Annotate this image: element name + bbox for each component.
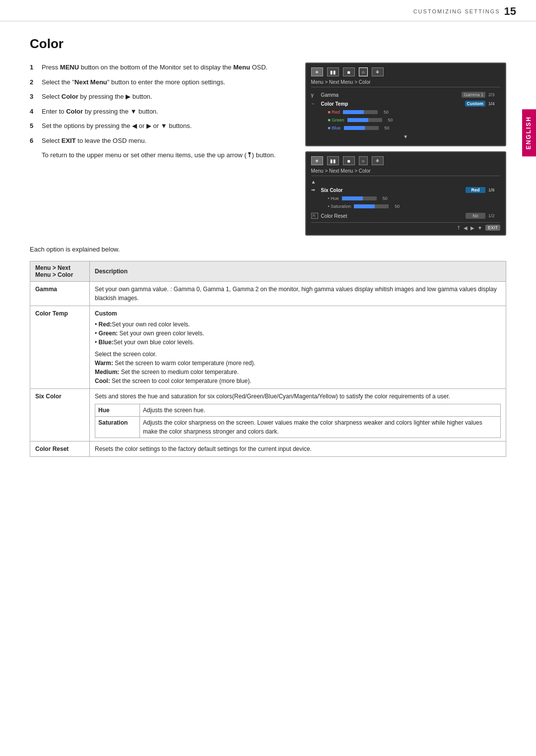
osd1-green-bar [347, 118, 382, 122]
osd-brightness-icon: ☀ [311, 67, 323, 76]
osd2-brightness-icon: ☀ [311, 156, 323, 165]
step-item: 2Select the "Next Menu" button to enter … [30, 77, 290, 87]
osd2-hue-value: 50 [383, 196, 395, 201]
steps-list: 1Press MENU button on the bottom of the … [30, 63, 290, 145]
table-colortemp-desc: Custom • Red:Set your own red color leve… [90, 306, 506, 389]
table-gamma-label: Gamma [30, 282, 90, 306]
inner-row-hue: Hue Adjusts the screen hue. [95, 404, 501, 417]
section-title: CUSTOMIZING SETTINGS [413, 8, 500, 14]
inner-row-saturation: Saturation Adjusts the color sharpness o… [95, 417, 501, 438]
osd2-sixcolor-row: ⇒ Six Color Red 1/6 [311, 186, 500, 194]
table-col1-header: Menu > Next Menu > Color [30, 261, 90, 282]
main-content: Color 1Press MENU button on the bottom o… [0, 21, 536, 472]
osd1-gamma-row: γ Gamma Gamma 1 2/3 [311, 90, 500, 99]
six-color-inner-table: Hue Adjusts the screen hue. Saturation A… [95, 404, 501, 438]
table-row-colortemp: Color Temp Custom • Red:Set your own red… [30, 306, 506, 389]
table-col2-header: Description [90, 261, 506, 282]
each-option-text: Each option is explained below. [30, 246, 506, 253]
osd2-hue-label: • Hue [318, 196, 339, 201]
inner-saturation-label: Saturation [95, 417, 140, 438]
osd1-red-label: ■ Red [318, 110, 340, 115]
step-number: 6 [30, 136, 38, 146]
inner-hue-desc: Adjusts the screen hue. [140, 404, 501, 417]
osd1-colortemp-fraction: 1/4 [488, 101, 500, 106]
step-text: Press MENU button on the bottom of the M… [42, 63, 290, 72]
osd1-blue-row: ■ Blue 50 [311, 124, 500, 132]
table-row-sixcolor: Six Color Sets and stores the hue and sa… [30, 389, 506, 441]
osd1-gamma-label: Gamma [318, 92, 462, 98]
table-row-gamma: Gamma Set your own gamma value. : Gamma … [30, 282, 506, 306]
osd-picture-icon: ■ [343, 67, 355, 76]
osd2-colorreset-fraction: 1/2 [488, 213, 500, 218]
osd1-breadcrumb: Menu > Next Menu > Color [311, 79, 500, 87]
osd1-green-value: 50 [388, 118, 400, 123]
osd-icons-row-2: ☀ ▮▮ ■ ○ ⚘ [311, 156, 500, 165]
inner-hue-label: Hue [95, 404, 140, 417]
two-column-layout: 1Press MENU button on the bottom of the … [30, 63, 506, 236]
osd2-sixcolor-label: Six Color [318, 188, 466, 193]
table-colorreset-desc: Resets the color settings to the factory… [90, 441, 506, 457]
osd2-saturation-bar [354, 204, 389, 208]
osd-input-icon: ▮▮ [327, 67, 339, 76]
osd1-green-row: ■ Green 50 [311, 116, 500, 124]
page-title: Color [30, 36, 506, 52]
table-colorreset-label: Color Reset [30, 441, 90, 457]
osd2-saturation-row: • Saturation 50 [311, 202, 500, 210]
step-item: 6Select EXIT to leave the OSD menu. [30, 136, 290, 146]
osd2-settings-icon: ⚘ [372, 156, 384, 165]
osd1-blue-label: ■ Blue [318, 126, 341, 130]
osd2-sixcolor-badge: Red [466, 187, 485, 193]
step-number: 3 [30, 92, 38, 102]
osd1-down-arrow: ▼ [311, 134, 500, 139]
table-sixcolor-label: Six Color [30, 389, 90, 441]
osd-screen-1: ☀ ▮▮ ■ ○ ⚘ Menu > Next Menu > Color γ Ga… [305, 63, 506, 146]
osd-screen-2: ☀ ▮▮ ■ ○ ⚘ Menu > Next Menu > Color ▲ ⇒ … [305, 151, 506, 236]
osd1-colortemp-row: ← Color Temp Custom 1/4 [311, 99, 500, 108]
osd1-blue-value: 50 [385, 126, 397, 130]
steps-column: 1Press MENU button on the bottom of the … [30, 63, 290, 236]
osd2-colorreset-label: Color Reset [318, 213, 466, 219]
osd-screens: ☀ ▮▮ ■ ○ ⚘ Menu > Next Menu > Color γ Ga… [305, 63, 506, 236]
table-colortemp-label: Color Temp [30, 306, 90, 389]
osd2-left-nav: ◀ [464, 225, 468, 231]
page-number: 15 [504, 5, 516, 18]
step-number: 2 [30, 77, 38, 87]
step-item: 5Set the options by pressing the ◀ or ▶ … [30, 121, 290, 131]
table-sixcolor-desc: Sets and stores the hue and saturation f… [90, 389, 506, 441]
table-row-colorreset: Color Reset Resets the color settings to… [30, 441, 506, 457]
osd2-picture-icon: ■ [343, 156, 355, 165]
osd1-green-label: ■ Green [318, 118, 344, 123]
step-note: To return to the upper menu or set other… [30, 150, 290, 160]
osd2-nav-bar: ⤒ ◀ ▶ ▼ EXIT [311, 222, 500, 231]
osd1-gamma-badge: Gamma 1 [462, 92, 485, 98]
step-item: 1Press MENU button on the bottom of the … [30, 63, 290, 72]
language-tab: ENGLISH [522, 109, 536, 156]
osd1-red-row: ■ Red 50 [311, 108, 500, 116]
step-text: Select the "Next Menu" button to enter t… [42, 77, 290, 87]
step-text: Select EXIT to leave the OSD menu. [42, 136, 290, 146]
osd2-saturation-label: • Saturation [318, 204, 351, 209]
osd1-red-value: 50 [384, 110, 396, 115]
description-table: Menu > Next Menu > Color Description Gam… [30, 261, 506, 457]
osd1-colortemp-label: Color Temp [318, 101, 465, 107]
osd2-down-nav: ▼ [477, 225, 482, 231]
table-gamma-desc: Set your own gamma value. : Gamma 0, Gam… [90, 282, 506, 306]
step-text: Enter to Color by pressing the ▼ button. [42, 107, 290, 117]
inner-saturation-desc: Adjusts the color sharpness on the scree… [140, 417, 501, 438]
osd1-red-bar [343, 110, 378, 114]
osd2-saturation-value: 50 [395, 204, 406, 209]
page-header: CUSTOMIZING SETTINGS 15 [0, 0, 536, 21]
osd2-exit-btn[interactable]: EXIT [485, 225, 500, 231]
osd2-color-icon: ○ [359, 156, 368, 165]
osd2-up-arrow: ▲ [311, 179, 500, 185]
osd2-breadcrumb: Menu > Next Menu > Color [311, 168, 500, 176]
osd2-colorreset-badge: No [466, 213, 485, 219]
osd2-right-nav: ▶ [470, 225, 474, 231]
step-text: Select Color by pressing the ▶ button. [42, 92, 290, 102]
osd1-colortemp-badge: Custom [465, 101, 486, 107]
osd-icons-row-1: ☀ ▮▮ ■ ○ ⚘ [311, 67, 500, 76]
osd-settings-icon: ⚘ [372, 67, 384, 76]
osd2-colorreset-row: R Color Reset No 1/2 [311, 211, 500, 220]
osd2-up-nav: ⤒ [457, 225, 461, 231]
osd2-hue-bar [342, 196, 377, 200]
